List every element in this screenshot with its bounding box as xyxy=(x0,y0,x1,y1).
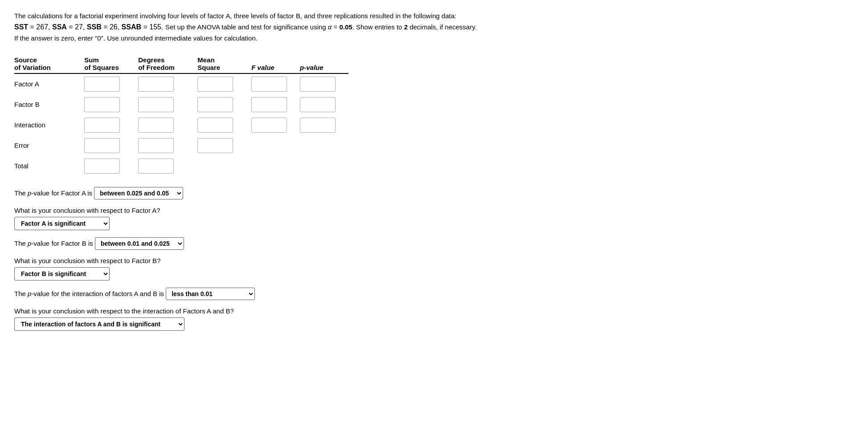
factor-a-conclusion-section: What is your conclusion with respect to … xyxy=(14,207,854,230)
intro-line3: If the answer is zero, enter "0". Use un… xyxy=(14,33,854,44)
input-error-sum[interactable] xyxy=(84,138,120,153)
cell-factor-b-mean xyxy=(197,94,251,115)
factor-b-conclusion-section: What is your conclusion with respect to … xyxy=(14,257,854,280)
cell-interaction-p xyxy=(300,115,348,135)
input-factor-a-sum[interactable] xyxy=(84,77,120,92)
header-degrees-bottom: of Freedom xyxy=(138,64,197,73)
interaction-conclusion-question: What is your conclusion with respect to … xyxy=(14,307,854,315)
input-factor-b-f[interactable] xyxy=(251,97,287,112)
input-factor-b-sum-field[interactable] xyxy=(85,98,119,112)
interaction-pvalue-section: The p-value for the interaction of facto… xyxy=(14,288,854,300)
factor-a-conclusion-dropdown[interactable]: Factor A is significantFactor A is not s… xyxy=(14,217,110,230)
factor-b-conclusion-question: What is your conclusion with respect to … xyxy=(14,257,854,264)
input-factor-a-p-field[interactable] xyxy=(300,77,335,91)
input-interaction-sum-field[interactable] xyxy=(85,118,119,132)
input-interaction-df-field[interactable] xyxy=(139,118,173,132)
input-total-df[interactable] xyxy=(138,159,174,174)
input-factor-a-f[interactable] xyxy=(251,77,287,92)
factor-a-conclusion-question: What is your conclusion with respect to … xyxy=(14,207,854,214)
interaction-conclusion-dropdown[interactable]: The interaction of factors A and B is si… xyxy=(14,317,184,331)
header-f-top xyxy=(251,54,300,64)
input-factor-a-mean-field[interactable] xyxy=(198,77,233,91)
interaction-pvalue-dropdown[interactable]: less than 0.01between 0.01 and 0.025betw… xyxy=(166,288,255,300)
input-interaction-p[interactable] xyxy=(300,118,336,133)
input-factor-a-p[interactable] xyxy=(300,77,336,92)
input-error-sum-field[interactable] xyxy=(85,138,119,153)
input-factor-a-mean[interactable] xyxy=(197,77,233,92)
cell-error-mean xyxy=(197,135,251,156)
input-error-df-field[interactable] xyxy=(139,138,173,153)
factor-b-pvalue-dropdown-container: less than 0.01between 0.01 and 0.025betw… xyxy=(95,237,184,250)
input-factor-b-p-field[interactable] xyxy=(300,98,335,112)
anova-table: Source Sum Degrees Mean of Variation of … xyxy=(14,54,348,176)
input-factor-b-mean-field[interactable] xyxy=(198,98,233,112)
factor-a-pvalue-dropdown-container: less than 0.01between 0.01 and 0.025betw… xyxy=(94,187,183,199)
header-mean-bottom: Square xyxy=(197,64,251,73)
input-factor-b-df-field[interactable] xyxy=(139,98,173,112)
input-total-sum[interactable] xyxy=(84,159,120,174)
factor-a-pvalue-section: The p-value for Factor A is less than 0.… xyxy=(14,187,854,199)
cell-total-sum xyxy=(84,156,138,176)
header-source-bottom: of Variation xyxy=(14,64,84,73)
label-factor-a: Factor A xyxy=(14,73,84,94)
header-mean-top: Mean xyxy=(197,54,251,64)
cell-factor-a-sum xyxy=(84,73,138,94)
input-factor-a-sum-field[interactable] xyxy=(85,77,119,91)
cell-total-p-empty xyxy=(300,156,348,176)
header-f-bottom: F value xyxy=(251,64,300,73)
input-interaction-p-field[interactable] xyxy=(300,118,335,132)
cell-error-p-empty xyxy=(300,135,348,156)
cell-factor-a-f xyxy=(251,73,300,94)
input-interaction-sum[interactable] xyxy=(84,118,120,133)
intro-line2: SST = 267, SSA = 27, SSB = 26, SSAB = 15… xyxy=(14,21,854,33)
input-error-mean-field[interactable] xyxy=(198,138,233,153)
interaction-pvalue-dropdown-container: less than 0.01between 0.01 and 0.025betw… xyxy=(166,288,255,300)
factor-b-pvalue-dropdown[interactable]: less than 0.01between 0.01 and 0.025betw… xyxy=(95,237,184,250)
input-factor-a-df[interactable] xyxy=(138,77,174,92)
label-interaction: Interaction xyxy=(14,115,84,135)
input-factor-a-f-field[interactable] xyxy=(252,77,287,91)
input-factor-b-p[interactable] xyxy=(300,97,336,112)
cell-factor-a-p xyxy=(300,73,348,94)
intro-line1: The calculations for a factorial experim… xyxy=(14,11,854,21)
cell-factor-b-sum xyxy=(84,94,138,115)
label-total: Total xyxy=(14,156,84,176)
input-error-df[interactable] xyxy=(138,138,174,153)
intro-equations: SST = 267, SSA = 27, SSB = 26, SSAB = 15… xyxy=(14,23,165,31)
input-factor-a-df-field[interactable] xyxy=(139,77,173,91)
input-interaction-mean-field[interactable] xyxy=(198,118,233,132)
input-interaction-f[interactable] xyxy=(251,118,287,133)
input-total-df-field[interactable] xyxy=(139,159,173,173)
input-error-mean[interactable] xyxy=(197,138,233,153)
input-factor-b-df[interactable] xyxy=(138,97,174,112)
input-total-sum-field[interactable] xyxy=(85,159,119,173)
cell-factor-b-df xyxy=(138,94,197,115)
factor-a-pvalue-dropdown[interactable]: less than 0.01between 0.01 and 0.025betw… xyxy=(94,187,183,199)
factor-b-pvalue-question: The p-value for Factor B is less than 0.… xyxy=(14,237,854,250)
cell-factor-a-mean xyxy=(197,73,251,94)
cell-interaction-df xyxy=(138,115,197,135)
input-interaction-mean[interactable] xyxy=(197,118,233,133)
table-header-bottom: of Variation of Squares of Freedom Squar… xyxy=(14,64,348,73)
input-factor-b-mean[interactable] xyxy=(197,97,233,112)
header-sum-top: Sum xyxy=(84,54,138,64)
cell-error-sum xyxy=(84,135,138,156)
input-interaction-df[interactable] xyxy=(138,118,174,133)
interaction-pvalue-question: The p-value for the interaction of facto… xyxy=(14,288,854,300)
input-factor-b-f-field[interactable] xyxy=(252,98,287,112)
table-header-top: Source Sum Degrees Mean xyxy=(14,54,348,64)
input-interaction-f-field[interactable] xyxy=(252,118,287,132)
header-sum-bottom: of Squares xyxy=(84,64,138,73)
table-row-total: Total xyxy=(14,156,348,176)
cell-factor-b-p xyxy=(300,94,348,115)
header-degrees-top: Degrees xyxy=(138,54,197,64)
header-p-bottom: p-value xyxy=(300,64,348,73)
cell-total-df xyxy=(138,156,197,176)
input-factor-b-sum[interactable] xyxy=(84,97,120,112)
factor-b-conclusion-dropdown[interactable]: Factor B is significantFactor B is not s… xyxy=(14,267,110,280)
label-factor-b: Factor B xyxy=(14,94,84,115)
header-source-top: Source xyxy=(14,54,84,64)
table-row-interaction: Interaction xyxy=(14,115,348,135)
header-p-top xyxy=(300,54,348,64)
label-error: Error xyxy=(14,135,84,156)
